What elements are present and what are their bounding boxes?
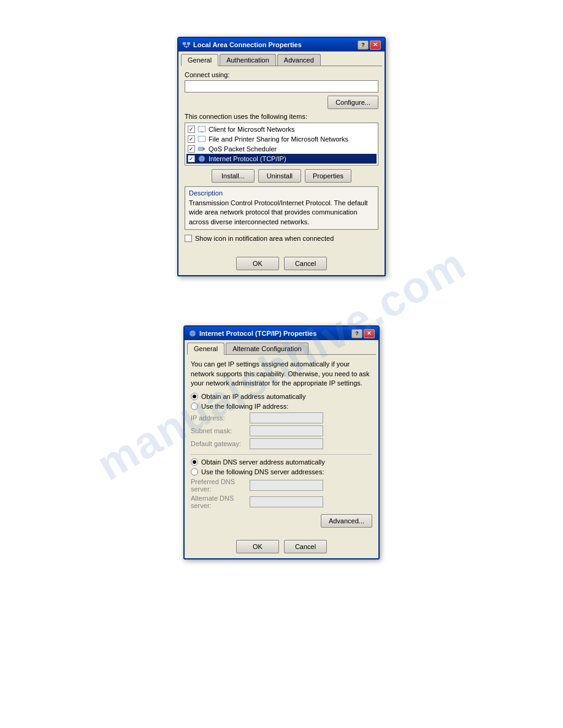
dialog2-tabs: General Alternate Configuration [185,340,378,354]
svg-rect-5 [186,46,187,48]
list-item-label: File and Printer Sharing for Microsoft N… [209,135,348,143]
uninstall-button[interactable]: Uninstall [258,169,301,183]
show-icon-row: Show icon in notification area when conn… [185,235,378,242]
alternate-dns-row: Alternate DNS server: [191,495,372,509]
svg-rect-1 [187,42,190,45]
checkbox-client[interactable] [188,126,195,133]
ok-button2[interactable]: OK [236,540,279,553]
dialog2-title-buttons: ? ✕ [351,329,375,338]
dialog1-content: Connect using: Configure... This connect… [178,66,385,253]
properties-button[interactable]: Properties [305,169,351,183]
list-item-label: QoS Packet Scheduler [209,145,277,153]
subnet-mask-input[interactable] [250,425,323,436]
configure-button[interactable]: Configure... [327,96,378,109]
radio-use-ip-label: Use the following IP address: [201,403,288,410]
dialog2-footer: OK Cancel [185,536,378,558]
radio-obtain-dns-label: Obtain DNS server address automatically [201,458,325,466]
network-icon2 [188,329,197,338]
dialog1-footer: OK Cancel [178,253,385,275]
subnet-mask-row: Subnet mask: [191,425,372,436]
tab2-alternate[interactable]: Alternate Configuration [226,343,308,354]
default-gateway-label: Default gateway: [191,440,246,447]
connect-using-input[interactable] [185,80,378,93]
tab2-general[interactable]: General [187,343,224,355]
items-list: Client for Microsoft Networks File and P… [185,123,378,165]
show-icon-checkbox[interactable] [185,235,192,242]
tab-advanced[interactable]: Advanced [277,54,321,66]
qos-icon [197,145,206,153]
radio-use-ip-input[interactable] [191,403,198,410]
subnet-mask-label: Subnet mask: [191,427,246,434]
network-icon [182,40,191,49]
svg-rect-0 [183,42,186,45]
tab-authentication[interactable]: Authentication [220,54,276,66]
radio-obtain-ip-label: Obtain an IP address automatically [201,393,305,400]
svg-marker-12 [203,147,205,151]
dialog1-titlebar: Local Area Connection Properties ? ✕ [178,38,385,51]
checkbox-qos[interactable] [188,145,195,153]
ip-address-section: Obtain an IP address automatically Use t… [191,393,372,449]
description-text: Transmission Control Protocol/Internet P… [189,199,374,227]
dialog2-titlebar: Internet Protocol (TCP/IP) Properties ? … [185,327,378,340]
radio-obtain-dns-input[interactable] [191,458,198,466]
radio-use-dns-input[interactable] [191,468,198,476]
list-item[interactable]: QoS Packet Scheduler [186,144,377,154]
radio-use-dns[interactable]: Use the following DNS server addresses: [191,468,372,476]
radio-obtain-ip[interactable]: Obtain an IP address automatically [191,393,372,400]
svg-rect-8 [201,132,203,132]
dns-section: Obtain DNS server address automatically … [191,458,372,509]
help-button[interactable]: ? [358,40,369,50]
dialog2-title-text: Internet Protocol (TCP/IP) Properties [199,330,316,337]
install-button[interactable]: Install... [212,169,255,183]
section-text: You can get IP settings assigned automat… [191,360,372,388]
help-button2[interactable]: ? [351,329,362,338]
close-button[interactable]: ✕ [370,40,381,50]
dialog1-title-left: Local Area Connection Properties [182,40,302,49]
preferred-dns-row: Preferred DNS server: [191,478,372,493]
svg-rect-11 [198,147,203,151]
close-button2[interactable]: ✕ [364,329,375,338]
svg-rect-7 [199,127,205,131]
list-item-label: Internet Protocol (TCP/IP) [209,155,286,162]
file-share-icon [197,135,206,143]
items-label: This connection uses the following items… [185,113,378,120]
install-buttons-row: Install... Uninstall Properties [185,169,378,183]
default-gateway-input[interactable] [250,438,323,449]
ip-address-label: IP address: [191,414,246,422]
dialog1-title-buttons: ? ✕ [358,40,381,50]
cancel-button[interactable]: Cancel [284,257,327,270]
description-group: Description Transmission Control Protoco… [185,186,378,230]
dialog2-title-left: Internet Protocol (TCP/IP) Properties [188,329,316,338]
client-icon [197,125,206,134]
radio-use-ip[interactable]: Use the following IP address: [191,403,372,410]
dialog1-tabs: General Authentication Advanced [178,51,385,66]
ip-address-input[interactable] [250,412,323,423]
preferred-dns-label: Preferred DNS server: [191,478,246,493]
alternate-dns-label: Alternate DNS server: [191,495,246,509]
default-gateway-row: Default gateway: [191,438,372,449]
advanced-button[interactable]: Advanced... [321,514,372,528]
svg-rect-10 [199,137,205,141]
local-area-connection-dialog: Local Area Connection Properties ? ✕ Gen… [177,37,386,276]
tab-general[interactable]: General [181,54,218,66]
list-item-selected[interactable]: Internet Protocol (TCP/IP) [186,154,377,164]
list-item[interactable]: Client for Microsoft Networks [186,124,377,134]
dialog2-content: You can get IP settings assigned automat… [185,355,378,536]
show-icon-label: Show icon in notification area when conn… [195,235,334,242]
cancel-button2[interactable]: Cancel [284,540,327,553]
radio-obtain-ip-input[interactable] [191,393,198,400]
radio-obtain-dns[interactable]: Obtain DNS server address automatically [191,458,372,466]
list-item-label: Client for Microsoft Networks [209,126,295,133]
checkbox-tcp[interactable] [188,155,195,162]
radio-use-dns-label: Use the following DNS server addresses: [201,468,324,476]
description-title: Description [189,189,374,197]
ok-button[interactable]: OK [236,257,279,270]
preferred-dns-input[interactable] [250,480,323,491]
dialog1-title-text: Local Area Connection Properties [193,41,302,48]
tcp-ip-properties-dialog: Internet Protocol (TCP/IP) Properties ? … [183,325,380,559]
list-item[interactable]: File and Printer Sharing for Microsoft N… [186,134,377,144]
ip-address-row: IP address: [191,412,372,423]
connect-using-label: Connect using: [185,71,378,78]
checkbox-file[interactable] [188,135,195,143]
alternate-dns-input[interactable] [250,496,323,507]
